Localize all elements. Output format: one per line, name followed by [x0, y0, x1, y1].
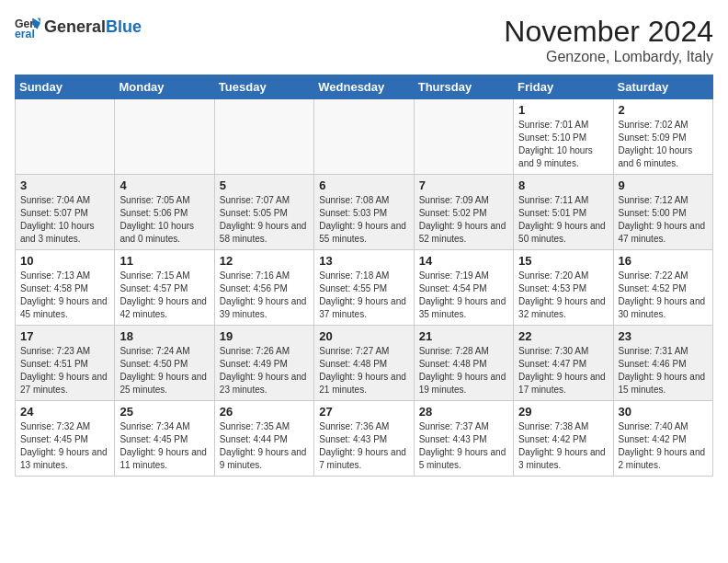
day-info: Sunrise: 7:11 AM Sunset: 5:01 PM Dayligh… — [518, 194, 608, 246]
day-number: 5 — [220, 178, 309, 192]
calendar-cell: 20Sunrise: 7:27 AM Sunset: 4:48 PM Dayli… — [314, 326, 414, 401]
day-info: Sunrise: 7:35 AM Sunset: 4:44 PM Dayligh… — [220, 420, 309, 472]
calendar-cell: 3Sunrise: 7:04 AM Sunset: 5:07 PM Daylig… — [16, 175, 115, 250]
week-row-3: 10Sunrise: 7:13 AM Sunset: 4:58 PM Dayli… — [16, 250, 713, 326]
calendar-cell: 16Sunrise: 7:22 AM Sunset: 4:52 PM Dayli… — [613, 250, 712, 326]
day-info: Sunrise: 7:40 AM Sunset: 4:42 PM Dayligh… — [619, 420, 708, 472]
day-info: Sunrise: 7:07 AM Sunset: 5:05 PM Dayligh… — [220, 194, 309, 246]
day-number: 11 — [119, 254, 209, 268]
day-info: Sunrise: 7:38 AM Sunset: 4:42 PM Dayligh… — [518, 420, 608, 472]
week-row-2: 3Sunrise: 7:04 AM Sunset: 5:07 PM Daylig… — [16, 175, 713, 250]
calendar-cell: 29Sunrise: 7:38 AM Sunset: 4:42 PM Dayli… — [514, 401, 613, 477]
calendar-cell — [214, 99, 313, 175]
calendar-cell: 27Sunrise: 7:36 AM Sunset: 4:43 PM Dayli… — [314, 401, 414, 477]
calendar-cell: 13Sunrise: 7:18 AM Sunset: 4:55 PM Dayli… — [314, 250, 414, 326]
day-info: Sunrise: 7:08 AM Sunset: 5:03 PM Dayligh… — [319, 194, 408, 246]
day-info: Sunrise: 7:32 AM Sunset: 4:45 PM Dayligh… — [20, 420, 109, 472]
calendar-cell: 30Sunrise: 7:40 AM Sunset: 4:42 PM Dayli… — [613, 401, 712, 477]
day-number: 27 — [319, 405, 408, 419]
day-number: 8 — [518, 178, 608, 192]
calendar-cell: 17Sunrise: 7:23 AM Sunset: 4:51 PM Dayli… — [16, 326, 115, 401]
day-info: Sunrise: 7:37 AM Sunset: 4:43 PM Dayligh… — [419, 420, 508, 472]
day-info: Sunrise: 7:13 AM Sunset: 4:58 PM Dayligh… — [20, 270, 109, 321]
logo-icon: Gen eral — [15, 15, 40, 40]
calendar-cell: 18Sunrise: 7:24 AM Sunset: 4:50 PM Dayli… — [115, 326, 214, 401]
day-info: Sunrise: 7:26 AM Sunset: 4:49 PM Dayligh… — [220, 345, 309, 396]
day-number: 28 — [419, 405, 508, 419]
page-header: Gen eral GeneralBlue November 2024 Genzo… — [15, 15, 713, 65]
day-number: 30 — [619, 405, 708, 419]
calendar-cell: 8Sunrise: 7:11 AM Sunset: 5:01 PM Daylig… — [514, 175, 613, 250]
day-info: Sunrise: 7:22 AM Sunset: 4:52 PM Dayligh… — [619, 270, 708, 321]
day-info: Sunrise: 7:27 AM Sunset: 4:48 PM Dayligh… — [319, 345, 408, 396]
calendar-cell: 10Sunrise: 7:13 AM Sunset: 4:58 PM Dayli… — [16, 250, 115, 326]
calendar-cell: 15Sunrise: 7:20 AM Sunset: 4:53 PM Dayli… — [514, 250, 613, 326]
day-number: 9 — [619, 178, 708, 192]
weekday-header-monday: Monday — [115, 75, 214, 99]
day-info: Sunrise: 7:28 AM Sunset: 4:48 PM Dayligh… — [419, 345, 508, 396]
day-info: Sunrise: 7:05 AM Sunset: 5:06 PM Dayligh… — [119, 194, 209, 246]
weekday-header-thursday: Thursday — [414, 75, 513, 99]
day-info: Sunrise: 7:23 AM Sunset: 4:51 PM Dayligh… — [20, 345, 109, 396]
day-number: 25 — [119, 405, 209, 419]
day-number: 4 — [119, 178, 209, 192]
day-number: 18 — [119, 329, 209, 343]
day-info: Sunrise: 7:04 AM Sunset: 5:07 PM Dayligh… — [20, 194, 109, 246]
day-number: 3 — [20, 178, 109, 192]
calendar-cell: 28Sunrise: 7:37 AM Sunset: 4:43 PM Dayli… — [414, 401, 513, 477]
weekday-header-saturday: Saturday — [613, 75, 712, 99]
day-info: Sunrise: 7:36 AM Sunset: 4:43 PM Dayligh… — [319, 420, 408, 472]
calendar-cell: 26Sunrise: 7:35 AM Sunset: 4:44 PM Dayli… — [214, 401, 313, 477]
calendar-cell: 21Sunrise: 7:28 AM Sunset: 4:48 PM Dayli… — [414, 326, 513, 401]
day-number: 7 — [419, 178, 508, 192]
day-number: 6 — [319, 178, 408, 192]
day-number: 22 — [518, 329, 608, 343]
calendar-cell: 6Sunrise: 7:08 AM Sunset: 5:03 PM Daylig… — [314, 175, 414, 250]
day-number: 12 — [220, 254, 309, 268]
location-title: Genzone, Lombardy, Italy — [504, 49, 713, 65]
weekday-header-friday: Friday — [514, 75, 613, 99]
day-number: 24 — [20, 405, 109, 419]
day-number: 16 — [619, 254, 708, 268]
calendar-cell — [414, 99, 513, 175]
day-number: 14 — [419, 254, 508, 268]
calendar-cell: 14Sunrise: 7:19 AM Sunset: 4:54 PM Dayli… — [414, 250, 513, 326]
calendar-table: SundayMondayTuesdayWednesdayThursdayFrid… — [15, 75, 713, 477]
calendar-cell: 19Sunrise: 7:26 AM Sunset: 4:49 PM Dayli… — [214, 326, 313, 401]
day-info: Sunrise: 7:18 AM Sunset: 4:55 PM Dayligh… — [319, 270, 408, 321]
weekday-header-wednesday: Wednesday — [314, 75, 414, 99]
week-row-1: 1Sunrise: 7:01 AM Sunset: 5:10 PM Daylig… — [16, 99, 713, 175]
weekday-header-sunday: Sunday — [16, 75, 115, 99]
day-number: 17 — [20, 329, 109, 343]
day-info: Sunrise: 7:02 AM Sunset: 5:09 PM Dayligh… — [619, 119, 708, 170]
logo-general-text: GeneralBlue — [44, 18, 142, 37]
day-info: Sunrise: 7:30 AM Sunset: 4:47 PM Dayligh… — [518, 345, 608, 396]
day-number: 29 — [518, 405, 608, 419]
day-info: Sunrise: 7:24 AM Sunset: 4:50 PM Dayligh… — [119, 345, 209, 396]
day-number: 21 — [419, 329, 508, 343]
day-info: Sunrise: 7:01 AM Sunset: 5:10 PM Dayligh… — [518, 119, 608, 170]
day-info: Sunrise: 7:31 AM Sunset: 4:46 PM Dayligh… — [619, 345, 708, 396]
day-info: Sunrise: 7:09 AM Sunset: 5:02 PM Dayligh… — [419, 194, 508, 246]
day-number: 19 — [220, 329, 309, 343]
calendar-cell — [314, 99, 414, 175]
calendar-cell: 23Sunrise: 7:31 AM Sunset: 4:46 PM Dayli… — [613, 326, 712, 401]
day-number: 1 — [518, 103, 608, 117]
day-info: Sunrise: 7:34 AM Sunset: 4:45 PM Dayligh… — [119, 420, 209, 472]
title-area: November 2024 Genzone, Lombardy, Italy — [504, 15, 713, 65]
day-info: Sunrise: 7:19 AM Sunset: 4:54 PM Dayligh… — [419, 270, 508, 321]
calendar-cell: 12Sunrise: 7:16 AM Sunset: 4:56 PM Dayli… — [214, 250, 313, 326]
weekday-header-tuesday: Tuesday — [214, 75, 313, 99]
day-info: Sunrise: 7:20 AM Sunset: 4:53 PM Dayligh… — [518, 270, 608, 321]
calendar-cell: 7Sunrise: 7:09 AM Sunset: 5:02 PM Daylig… — [414, 175, 513, 250]
calendar-cell: 11Sunrise: 7:15 AM Sunset: 4:57 PM Dayli… — [115, 250, 214, 326]
calendar-cell — [16, 99, 115, 175]
day-number: 23 — [619, 329, 708, 343]
week-row-4: 17Sunrise: 7:23 AM Sunset: 4:51 PM Dayli… — [16, 326, 713, 401]
calendar-cell: 25Sunrise: 7:34 AM Sunset: 4:45 PM Dayli… — [115, 401, 214, 477]
day-number: 15 — [518, 254, 608, 268]
calendar-cell: 4Sunrise: 7:05 AM Sunset: 5:06 PM Daylig… — [115, 175, 214, 250]
calendar-cell: 24Sunrise: 7:32 AM Sunset: 4:45 PM Dayli… — [16, 401, 115, 477]
weekday-header-row: SundayMondayTuesdayWednesdayThursdayFrid… — [16, 75, 713, 99]
day-number: 2 — [619, 103, 708, 117]
